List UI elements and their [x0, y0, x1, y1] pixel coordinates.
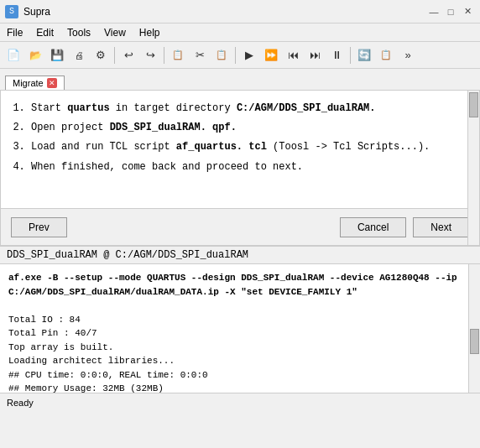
wizard-step-4: When finished, come back and proceed to … — [31, 159, 464, 175]
wizard-scrollbar[interactable] — [467, 91, 479, 245]
output-scrollbar-thumb — [470, 329, 479, 354]
status-bar: Ready — [0, 393, 480, 411]
status-text: Ready — [7, 398, 34, 408]
toolbar-run[interactable]: ▶ — [239, 45, 259, 65]
tab-migrate-close[interactable]: ✕ — [47, 78, 57, 88]
output-line-2 — [8, 299, 463, 313]
output-line-4: Total Pin : 40/7 — [8, 326, 463, 341]
tab-migrate-label: Migrate — [13, 78, 44, 88]
wizard-scrollbar-thumb — [469, 92, 478, 117]
step3-script: af_quartus. tcl — [176, 141, 267, 153]
step1-quartus: quartus — [67, 102, 109, 114]
output-line-7: ## CPU time: 0:0:0, REAL time: 0:0:0 — [8, 368, 463, 383]
path-text: DDS_SPI_dualRAM @ C:/AGM/DDS_SPI_dualRAM — [7, 249, 248, 261]
toolbar-undo[interactable]: ↩ — [118, 45, 138, 65]
toolbar-more[interactable]: » — [398, 45, 418, 65]
toolbar-pause[interactable]: ⏸ — [326, 45, 347, 65]
toolbar-forward[interactable]: ⏩ — [261, 45, 281, 65]
menu-bar: File Edit Tools View Help — [0, 23, 480, 42]
toolbar-paste[interactable]: 📋 — [211, 45, 232, 65]
output-line-6: Loading architect libraries... — [8, 354, 463, 368]
output-line-5: Top array is built. — [8, 341, 463, 355]
menu-view[interactable]: View — [97, 25, 133, 40]
toolbar: 📄 📂 💾 🖨 ⚙ ↩ ↪ 📋 ✂ 📋 ▶ ⏩ ⏮ ⏭ ⏸ 🔄 📋 » — [0, 42, 480, 69]
cancel-button[interactable]: Cancel — [340, 217, 406, 237]
toolbar-new[interactable]: 📄 — [3, 45, 23, 65]
toolbar-settings[interactable]: ⚙ — [91, 45, 111, 65]
title-bar: S Supra — □ ✕ — [0, 0, 480, 23]
wizard-panel: Start quartus in target directory C:/AGM… — [0, 91, 480, 246]
output-content[interactable]: af.exe -B --setup --mode QUARTUS --desig… — [0, 264, 480, 393]
wizard-content: Start quartus in target directory C:/AGM… — [1, 91, 479, 208]
title-bar-controls: — □ ✕ — [426, 4, 475, 19]
menu-tools[interactable]: Tools — [60, 25, 97, 40]
toolbar-sep-2 — [164, 47, 164, 64]
toolbar-end[interactable]: ⏭ — [305, 45, 325, 65]
prev-button[interactable]: Prev — [11, 217, 67, 237]
toolbar-refresh[interactable]: 🔄 — [354, 45, 374, 65]
toolbar-start[interactable]: ⏮ — [283, 45, 303, 65]
output-line-1: C:/AGM/DDS_SPI_dualRAM/dualRAM_DATA.ip -… — [8, 285, 463, 300]
toolbar-sep-3 — [235, 47, 236, 64]
toolbar-copy[interactable]: 📋 — [168, 45, 188, 65]
tab-bar: Migrate ✕ — [0, 69, 480, 91]
toolbar-open[interactable]: 📂 — [25, 45, 45, 65]
step2-project: DDS_SPI_dualRAM. qpf. — [110, 122, 237, 133]
toolbar-sep-1 — [114, 47, 115, 64]
toolbar-print[interactable]: 🖨 — [69, 45, 89, 65]
output-scrollbar[interactable] — [468, 264, 480, 393]
next-button[interactable]: Next — [413, 217, 469, 237]
wizard-step-3: Load and run TCL script af_quartus. tcl … — [31, 139, 464, 155]
output-line-8: ## Memory Usage: 32MB (32MB) — [8, 382, 463, 393]
tab-migrate[interactable]: Migrate ✕ — [5, 76, 65, 90]
output-panel: af.exe -B --setup --mode QUARTUS --desig… — [0, 264, 480, 393]
wizard-buttons: Prev Cancel Next — [1, 208, 479, 245]
maximize-button[interactable]: □ — [443, 4, 458, 19]
close-button[interactable]: ✕ — [460, 4, 475, 19]
output-line-3: Total IO : 84 — [8, 313, 463, 327]
toolbar-cut[interactable]: ✂ — [190, 45, 210, 65]
app-title: Supra — [23, 6, 50, 18]
menu-file[interactable]: File — [0, 25, 29, 40]
minimize-button[interactable]: — — [426, 4, 441, 19]
app-icon: S — [5, 5, 18, 18]
menu-edit[interactable]: Edit — [29, 25, 60, 40]
path-bar: DDS_SPI_dualRAM @ C:/AGM/DDS_SPI_dualRAM — [0, 246, 480, 264]
title-bar-left: S Supra — [5, 5, 50, 18]
wizard-step-2: Open project DDS_SPI_dualRAM. qpf. — [31, 120, 464, 136]
toolbar-save[interactable]: 💾 — [47, 45, 67, 65]
toolbar-sep-4 — [350, 47, 351, 64]
menu-help[interactable]: Help — [133, 25, 167, 40]
output-line-0: af.exe -B --setup --mode QUARTUS --desig… — [8, 271, 463, 285]
wizard-right-buttons: Cancel Next — [340, 217, 469, 237]
step1-path: C:/AGM/DDS_SPI_dualRAM. — [237, 102, 376, 114]
toolbar-redo[interactable]: ↪ — [140, 45, 160, 65]
toolbar-extra[interactable]: 📋 — [376, 45, 396, 65]
wizard-step-1: Start quartus in target directory C:/AGM… — [31, 101, 464, 117]
